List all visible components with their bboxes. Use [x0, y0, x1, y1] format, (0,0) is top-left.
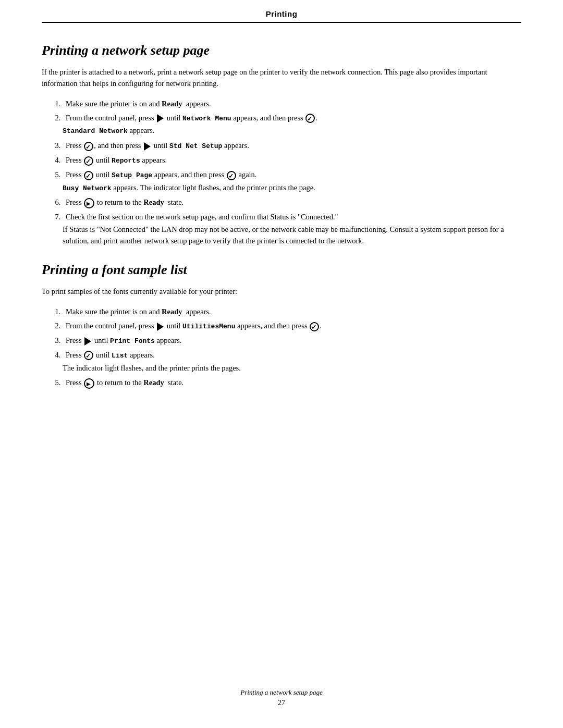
circle-check-icon-2-4: [84, 351, 93, 360]
step-2-2-mono: UtilitiesMenu: [182, 323, 235, 330]
arrow-right-icon: [157, 114, 164, 122]
circle-check-icon-3a: [84, 142, 93, 151]
step-1-6-ready: Ready: [143, 198, 164, 206]
section1-intro: If the printer is attached to a network,…: [42, 67, 521, 90]
page: Printing Printing a network setup page I…: [0, 0, 563, 728]
step-1-5: Press until Setup Page appears, and then…: [63, 169, 521, 194]
step-2-5: Press to return to the Ready state.: [63, 377, 521, 389]
page-footer: Printing a network setup page 27: [0, 688, 563, 707]
arrow-right-icon-3: [144, 142, 151, 151]
step-1-2-note-mono: Standard Network: [63, 127, 128, 135]
step-2-2: From the control panel, press until Util…: [63, 320, 521, 332]
step-1-1: Make sure the printer is on and Ready ap…: [63, 98, 521, 110]
step-2-4-note: The indicator light flashes, and the pri…: [63, 363, 521, 374]
circle-check-icon: [305, 114, 315, 123]
section1-steps: Make sure the printer is on and Ready ap…: [63, 98, 521, 247]
step-1-7: Check the first section on the network s…: [63, 211, 521, 247]
step-2-5-ready: Ready: [143, 378, 164, 387]
circle-arrow-icon-2-5: [84, 378, 94, 389]
step-2-4-mono: List: [112, 352, 128, 360]
step-1-7-note: If Status is "Not Connected" the LAN dro…: [63, 224, 521, 247]
step-1-1-ready: Ready: [162, 100, 182, 108]
section2-steps: Make sure the printer is on and Ready ap…: [63, 306, 521, 389]
step-1-4: Press until Reports appears.: [63, 154, 521, 167]
step-1-5-note-mono: Busy Network: [63, 184, 112, 192]
section1-title: Printing a network setup page: [42, 43, 521, 58]
header-title: Printing: [266, 9, 298, 18]
step-1-3: Press , and then press until Std Net Set…: [63, 140, 521, 152]
step-2-1: Make sure the printer is on and Ready ap…: [63, 306, 521, 318]
page-header: Printing: [42, 0, 521, 27]
circle-arrow-icon-6: [84, 198, 94, 208]
step-1-2-note: Standard Network appears.: [63, 125, 521, 137]
header-rule: [42, 22, 521, 23]
circle-check-icon-2-2: [310, 322, 319, 331]
step-1-3-mono: Std Net Setup: [169, 142, 222, 150]
step-2-4: Press until List appears. The indicator …: [63, 349, 521, 374]
step-1-6: Press to return to the Ready state.: [63, 196, 521, 208]
section2-intro: To print samples of the fonts currently …: [42, 286, 521, 298]
arrow-right-icon-2-2: [157, 323, 164, 331]
arrow-right-icon-2-3: [84, 337, 91, 346]
step-2-3: Press until Print Fonts appears.: [63, 335, 521, 347]
circle-check-icon-4: [84, 156, 93, 166]
step-1-4-mono: Reports: [112, 157, 140, 165]
step-2-3-mono: Print Fonts: [110, 337, 155, 345]
footer-text: Printing a network setup page: [0, 688, 563, 697]
circle-check-icon-5a: [84, 171, 93, 180]
step-2-1-ready: Ready: [162, 307, 182, 316]
step-1-2-mono1: Network Menu: [182, 115, 231, 122]
step-1-5-mono: Setup Page: [112, 171, 152, 179]
step-1-5-note: Busy Network appears. The indicator ligh…: [63, 182, 521, 194]
footer-page-num: 27: [0, 699, 563, 707]
step-1-2: From the control panel, press until Netw…: [63, 112, 521, 137]
circle-check-icon-5b: [227, 171, 236, 180]
section2-title: Printing a font sample list: [42, 262, 521, 278]
